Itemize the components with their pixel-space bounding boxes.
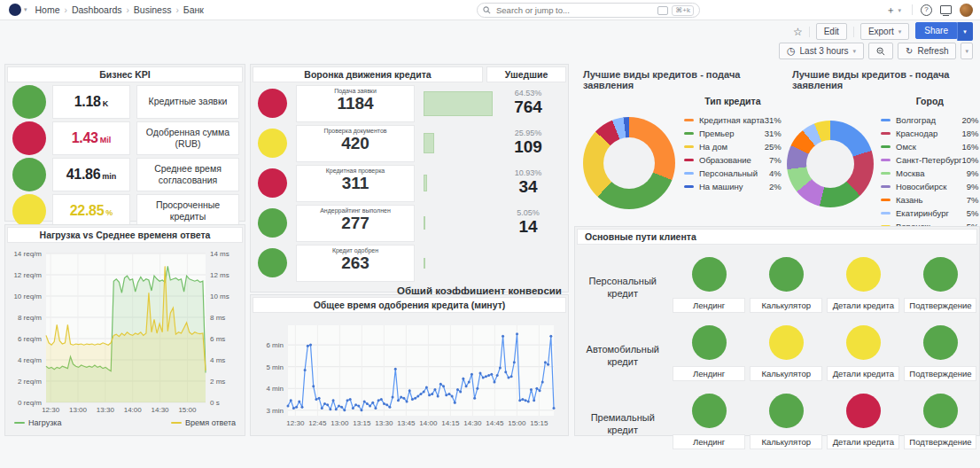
legend-item[interactable]: На машину2% bbox=[684, 180, 782, 193]
svg-text:15:00: 15:00 bbox=[178, 406, 197, 414]
journey-status-dot[interactable] bbox=[923, 325, 958, 360]
svg-text:14:30: 14:30 bbox=[463, 419, 482, 427]
panel-title[interactable]: Воронка движения кредита bbox=[253, 66, 483, 82]
legend-item[interactable]: Персональный4% bbox=[684, 167, 782, 180]
help-icon[interactable]: ? bbox=[921, 4, 932, 16]
kpi-value-box: 41.86min bbox=[52, 158, 130, 191]
legend-item[interactable]: Образование7% bbox=[684, 153, 782, 167]
legend-item[interactable]: Омск16% bbox=[881, 140, 979, 153]
svg-text:13:00: 13:00 bbox=[69, 406, 88, 414]
panel-title[interactable]: Бизнес KPI bbox=[7, 66, 243, 82]
kpi-label: Одобренная сумма (RUB) bbox=[136, 121, 239, 155]
journey-status-dot[interactable] bbox=[692, 257, 727, 292]
journey-status-dot[interactable] bbox=[692, 325, 727, 360]
kpi-value-box: 1.18K bbox=[52, 85, 130, 119]
refresh-interval-caret[interactable]: ▾ bbox=[961, 43, 973, 59]
panel-loan-type-donut: Лучшие виды кредитов - подача заявления … bbox=[574, 64, 780, 224]
svg-text:14 req/m: 14 req/m bbox=[13, 250, 42, 258]
legend-item-load[interactable]: Нагрузка bbox=[14, 418, 61, 427]
svg-text:12 ms: 12 ms bbox=[210, 271, 229, 279]
journey-status-dot[interactable] bbox=[923, 394, 958, 428]
legend-item[interactable]: Волгоград20% bbox=[881, 113, 979, 127]
funnel-stage-value: 1184 bbox=[297, 94, 414, 114]
journey-status-dot[interactable] bbox=[769, 325, 804, 360]
journey-status-dot[interactable] bbox=[692, 394, 727, 428]
legend-item[interactable]: Новосибирск9% bbox=[881, 180, 979, 193]
panel-title[interactable]: Нагрузка vs Среднее временя ответа bbox=[7, 227, 243, 243]
legend-swatch bbox=[684, 159, 694, 161]
city-donut-chart[interactable] bbox=[787, 121, 874, 207]
legend-item[interactable]: Премьер31% bbox=[684, 127, 782, 140]
legend-swatch bbox=[684, 185, 694, 188]
lost-column-title[interactable]: Ушедшие bbox=[486, 66, 566, 82]
grafana-dashboard: ▾ Home › Dashboards › Business › Банк ⌘+… bbox=[0, 0, 980, 468]
search-input[interactable] bbox=[494, 4, 654, 16]
journey-step-label: Лендинг bbox=[673, 298, 745, 313]
breadcrumb-dashboards[interactable]: Dashboards bbox=[72, 4, 122, 15]
legend-label: Москва bbox=[896, 168, 967, 178]
journey-step-cell: Детали кредита bbox=[825, 257, 902, 313]
user-avatar[interactable] bbox=[960, 4, 973, 17]
time-range-picker[interactable]: ◷ Last 3 hours▾ bbox=[779, 43, 864, 59]
funnel-lost-bar bbox=[424, 258, 425, 269]
legend-item[interactable]: Екатиринбург5% bbox=[881, 207, 979, 220]
legend-item[interactable]: Санкт-Петербург10% bbox=[881, 153, 979, 167]
legend-label: На машину bbox=[699, 182, 769, 191]
edit-button[interactable]: Edit bbox=[816, 23, 847, 40]
legend-item[interactable]: Краснодар18% bbox=[881, 127, 979, 140]
legend-value: 20% bbox=[962, 115, 979, 125]
breadcrumb-separator: › bbox=[127, 5, 129, 15]
star-favorite-icon[interactable]: ☆ bbox=[793, 26, 803, 38]
loan-type-donut-chart[interactable] bbox=[583, 117, 675, 209]
approval-time-chart[interactable]: 3 min4 min5 min6 min12:3012:4513:0013:15… bbox=[253, 315, 566, 435]
legend-label: Персональный bbox=[699, 168, 769, 178]
breadcrumb-home[interactable]: Home bbox=[35, 4, 60, 15]
funnel-lost-bar bbox=[424, 175, 427, 191]
share-dropdown-caret[interactable]: ▾ bbox=[957, 22, 973, 41]
kpi-unit: Mil bbox=[100, 136, 112, 144]
legend-item[interactable]: Москва9% bbox=[881, 167, 979, 180]
panel-title[interactable]: Общее время одобрения кредита (минут) bbox=[253, 297, 566, 313]
legend-item[interactable]: Кредитная карта31% bbox=[684, 113, 782, 127]
journey-status-dot[interactable] bbox=[923, 257, 958, 292]
journey-status-dot[interactable] bbox=[846, 394, 881, 428]
journey-step-cell: Лендинг bbox=[671, 325, 748, 381]
svg-text:13:30: 13:30 bbox=[375, 419, 393, 427]
legend-label: Кредитная карта bbox=[699, 115, 765, 125]
export-button[interactable]: Export▾ bbox=[860, 23, 909, 40]
legend-label: Краснодар bbox=[896, 129, 962, 138]
funnel-lost-cell: 64.53%764 bbox=[495, 89, 561, 118]
panel-title[interactable]: Лучшие виды кредитов - подача заявления bbox=[783, 64, 980, 90]
dashboard-toolbar: ☆ Edit Export▾ Share ▾ bbox=[793, 22, 973, 41]
journey-status-dot[interactable] bbox=[769, 257, 804, 292]
journey-step-cell: Подтверждение bbox=[902, 257, 979, 313]
kpi-value: 1.18 bbox=[74, 94, 101, 110]
chevron-down-icon[interactable]: ▾ bbox=[24, 6, 27, 13]
panel-title[interactable]: Основные пути клиента bbox=[577, 229, 977, 245]
legend-item[interactable]: Казань7% bbox=[881, 193, 979, 207]
legend-swatch bbox=[881, 199, 891, 201]
journey-step-label: Калькулятор bbox=[750, 434, 822, 449]
zoom-out-button[interactable] bbox=[868, 43, 893, 59]
journey-status-dot[interactable] bbox=[846, 325, 881, 360]
refresh-button[interactable]: ↻ Refresh bbox=[898, 43, 956, 59]
legend-item-response[interactable]: Время ответа bbox=[171, 418, 236, 427]
panel-title[interactable]: Лучшие виды кредитов - подача заявления bbox=[574, 64, 780, 90]
journey-status-dot[interactable] bbox=[769, 394, 804, 428]
search-box[interactable]: ⌘+k bbox=[477, 3, 700, 18]
search-icon bbox=[483, 6, 491, 14]
grafana-logo-icon[interactable] bbox=[9, 4, 21, 16]
add-new-button[interactable]: ＋▾ bbox=[885, 5, 904, 15]
funnel-lost-bar bbox=[424, 133, 434, 153]
breadcrumb-business[interactable]: Business bbox=[134, 4, 172, 15]
funnel-stage-row: Кредит одобрен263 bbox=[258, 244, 561, 282]
legend-item[interactable]: На дом25% bbox=[684, 140, 782, 153]
share-button[interactable]: Share bbox=[915, 22, 957, 39]
breadcrumb-bank[interactable]: Банк bbox=[183, 4, 204, 15]
svg-text:12:45: 12:45 bbox=[308, 419, 327, 427]
journey-status-dot[interactable] bbox=[846, 257, 881, 292]
kpi-label: Среднее время согласования bbox=[136, 158, 239, 191]
kiosk-mode-icon[interactable] bbox=[940, 5, 952, 14]
load-vs-response-chart[interactable]: 0 req/m0 s2 req/m2 ms4 req/m4 ms6 req/m6… bbox=[7, 245, 243, 418]
funnel-status-dot bbox=[258, 129, 287, 158]
